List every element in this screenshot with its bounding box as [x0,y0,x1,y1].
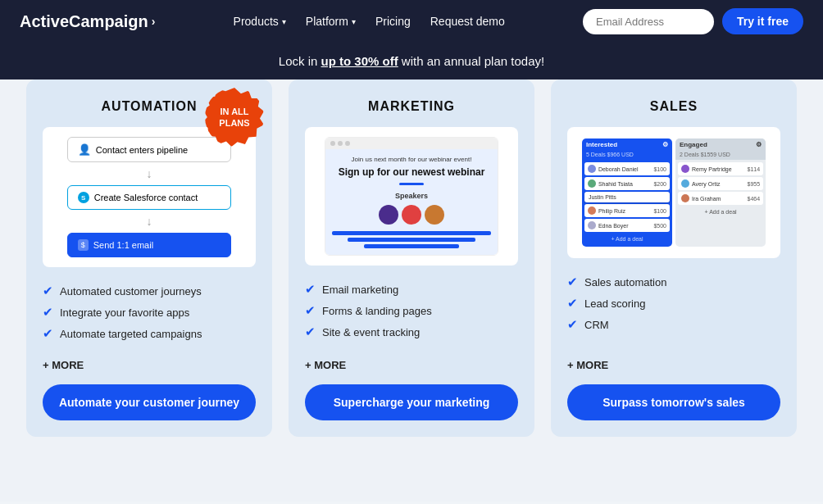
marketing-feature-3: ✔ Site & event tracking [305,325,518,339]
kanban-engaged: Engaged ⚙ 2 Deals $1559 USD Remy Partrid… [675,138,766,247]
mockup-dot-1 [330,141,335,146]
mockup-line-3 [364,244,460,248]
sales-cta-button[interactable]: Surpass tomorrow's sales [567,384,780,420]
kanban-popup: Justin Pitts [584,192,670,202]
mockup-dot-3 [345,141,350,146]
flow-salesforce: S Create Salesforce contact [67,185,232,210]
sales-feature-2: ✔ Lead scoring [567,296,780,311]
marketing-image: Join us next month for our webinar event… [305,127,518,266]
email-input[interactable] [583,9,714,34]
mockup-avatars [332,205,491,225]
marketing-feature-3-text: Site & event tracking [322,326,420,338]
contact-icon: 👤 [78,143,91,156]
flow-contact: 👤 Contact enters pipeline [67,137,232,162]
cards-row: AUTOMATION 👤 Contact enters pipeline ↓ S… [16,79,807,437]
nav-pricing[interactable]: Pricing [375,15,411,28]
mockup-headline: Sign up for our newest webinar [332,166,491,178]
kanban-name-2: Shahid Tsiata [598,181,652,187]
marketing-more[interactable]: + MORE [305,359,518,371]
try-free-button[interactable]: Try it free [722,8,803,34]
kanban-e-val-2: $955 [748,181,761,187]
mockup-lines [332,231,491,248]
nav-platform[interactable]: Platform ▾ [306,15,356,28]
kanban-card-2: Shahid Tsiata $200 [584,177,670,190]
nav-links: Products ▾ Platform ▾ Pricing Request de… [181,15,557,28]
flow-arrow-1: ↓ [147,167,152,180]
flow-salesforce-label: Create Salesforce contact [94,193,198,202]
badge-line1: IN ALL [219,106,249,117]
kanban-e-val-1: $114 [748,166,761,172]
marketing-feature-2-text: Forms & landing pages [322,305,432,317]
sales-feature-1: ✔ Sales automation [567,275,780,289]
kanban-e-name-2: Avery Ortiz [692,181,745,187]
main-content: IN ALL PLANS AUTOMATION 👤 Contact enters… [0,79,823,502]
mockup-underline [399,183,424,185]
badge-line2: PLANS [219,117,249,129]
automation-more[interactable]: + MORE [43,359,256,371]
kanban-e-avatar-3 [681,194,689,202]
mockup-line-2 [348,238,475,242]
mockup-dot-2 [338,141,343,146]
banner-link[interactable]: up to 30% off [321,54,398,68]
sales-feature-3: ✔ CRM [567,317,780,332]
kanban-e-card-3: Ira Graham $464 [678,192,763,205]
automation-image: 👤 Contact enters pipeline ↓ S Create Sal… [43,127,256,267]
sales-more[interactable]: + MORE [567,359,780,371]
mockup-avatar-3 [425,205,444,225]
navbar: ActiveCampaign › Products ▾ Platform ▾ P… [0,0,823,43]
kanban-gear-icon: ⚙ [756,141,762,148]
mockup-avatar-2 [402,205,421,225]
sales-feature-2-text: Lead scoring [584,297,645,310]
kanban-e-name-1: Remy Partridge [692,166,745,172]
automation-feature-1-text: Automated customer journeys [60,285,202,297]
kanban-e-card-2: Avery Ortiz $955 [678,177,763,190]
marketing-features: ✔ Email marketing ✔ Forms & landing page… [305,282,518,347]
automation-feature-1: ✔ Automated customer journeys [43,284,256,298]
kanban-add-interested[interactable]: + Add a deal [584,234,670,244]
brand-logo[interactable]: ActiveCampaign › [20,12,155,31]
marketing-title: MARKETING [305,99,518,114]
kanban-board: Interested ⚙ 5 Deals $966 USD Deborah Da… [582,138,766,247]
kanban-add-engaged[interactable]: + Add a deal [678,207,763,217]
kanban-avatar-3 [588,207,596,215]
mockup-header-text: Join us next month for our webinar event… [332,156,491,163]
automation-features: ✔ Automated customer journeys ✔ Integrat… [43,284,256,347]
nav-cta: Try it free [583,8,803,34]
kanban-interested-body: Deborah Daniel $100 Shahid Tsiata $200 J… [582,160,672,247]
kanban-engaged-header: Engaged ⚙ [675,138,766,151]
mockup-line-1 [332,231,491,235]
check-icon-s2: ✔ [567,296,578,311]
kanban-e-avatar-2 [681,179,689,188]
kanban-card-3: Philip Ruiz $100 [584,204,670,217]
kanban-name-1: Deborah Daniel [598,166,652,172]
mockup-bar [325,138,498,149]
marketing-feature-2: ✔ Forms & landing pages [305,303,518,318]
kanban-val-2: $200 [653,181,666,187]
automation-feature-2: ✔ Integrate your favorite apps [43,305,256,320]
kanban-e-val-3: $464 [748,196,761,202]
kanban-e-avatar-1 [681,165,689,173]
brand-name: ActiveCampaign [20,12,148,31]
automation-feature-2-text: Integrate your favorite apps [60,306,189,319]
kanban-e-card-1: Remy Partridge $114 [678,162,763,175]
sales-feature-3-text: CRM [584,319,609,331]
automation-cta-button[interactable]: Automate your customer journey [43,384,256,420]
automation-flow: 👤 Contact enters pipeline ↓ S Create Sal… [52,137,246,257]
sales-feature-1-text: Sales automation [584,276,666,288]
check-icon-s3: ✔ [567,317,578,332]
kanban-engaged-body: Remy Partridge $114 Avery Ortiz $955 Ira… [675,160,766,220]
promo-banner: Lock in up to 30% off with an annual pla… [0,43,823,79]
kanban-engaged-sub: 2 Deals $1559 USD [675,151,766,160]
kanban-card-1: Deborah Daniel $100 [584,162,670,175]
marketing-cta-button[interactable]: Supercharge your marketing [305,384,518,420]
sales-image: Interested ⚙ 5 Deals $966 USD Deborah Da… [567,127,780,258]
kanban-name-3: Philip Ruiz [598,208,652,214]
brand-chevron: › [152,15,156,28]
nav-request-demo[interactable]: Request demo [430,15,505,28]
salesforce-icon: S [78,192,89,203]
kanban-avatar-2 [588,179,596,188]
nav-products[interactable]: Products ▾ [234,15,286,28]
check-icon-m3: ✔ [305,325,316,339]
check-icon-3: ✔ [43,326,53,341]
marketing-card: MARKETING Join us next month for our web… [289,79,534,437]
